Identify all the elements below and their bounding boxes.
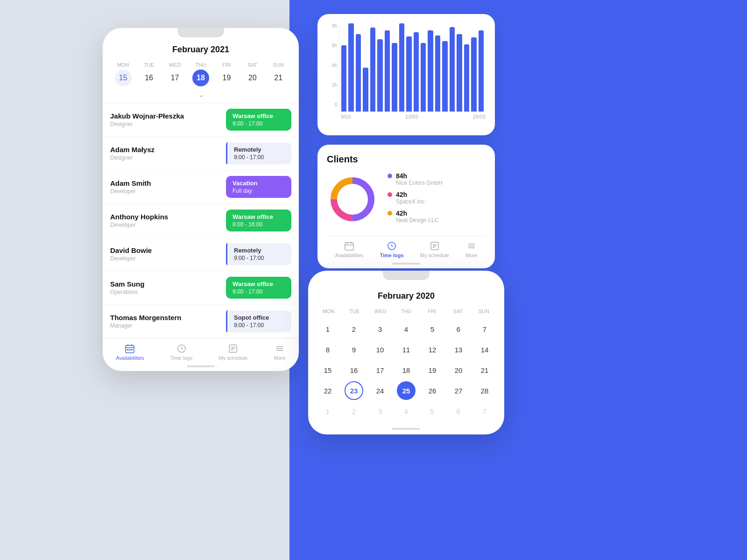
cal2-20[interactable]: 20 [449,361,468,379]
clients-legend: 84h Nice Colors GmbH 42h SpaceX Inc. 42h… [388,172,486,228]
cal2-14[interactable]: 14 [475,340,494,359]
nav-myschedule-label: My schedule [219,355,248,361]
nav-myschedule[interactable]: My schedule [219,343,248,361]
cal2-1[interactable]: 1 [318,320,337,338]
staff-name-adam-s: Adam Smith [110,179,220,187]
cal2-9[interactable]: 9 [345,340,363,359]
clients-title: Clients [327,154,486,165]
cal2-5[interactable]: 5 [423,320,442,338]
bar-4 [363,68,368,112]
nav-timelogs[interactable]: Time logs [170,343,192,361]
phone-availabilities: February 2021 MON 15 TUE 16 WED 17 THU 1… [103,28,299,371]
clients-nav-more[interactable]: More [465,241,477,258]
cal2-4[interactable]: 4 [397,320,416,338]
cal2-7[interactable]: 7 [475,320,494,338]
bar-13 [428,30,433,112]
calendar-icon [125,343,135,354]
cal2-6[interactable]: 6 [449,320,468,338]
staff-info-anthony: Anthony Hopkins Developer [110,213,220,228]
cal2-19[interactable]: 19 [423,361,442,379]
clients-nav-timelogs[interactable]: Time logs [380,241,403,258]
day-num-tue: 16 [141,70,157,86]
nav-availabilities[interactable]: Availabilities [116,343,144,361]
staff-role-adam-m: Designer [110,154,220,161]
legend-item-3: 42h Neat Design LLC [388,210,486,224]
staff-row-adam-s[interactable]: Adam Smith Developer Vacation Full day [103,170,299,204]
chart-y-labels: 8h 6h 4h 2h 0 [327,23,339,107]
bar-1 [341,45,346,112]
badge-location-adam-s: Vacation [233,180,285,187]
staff-name-thomas: Thomas Morgenstern [110,314,220,322]
day-name-sat: SAT [248,62,258,68]
clients-nav-avail-label: Availabilities [335,252,363,258]
cal-day-wed[interactable]: WED 17 [164,62,186,86]
cal-day-thu[interactable]: THU 18 [190,62,212,86]
staff-row-sam[interactable]: Sam Sung Operations Warsaw office 9:00 -… [103,271,299,305]
badge-thomas: Sopot office 9:00 - 17:00 [226,310,291,332]
schedule-icon [228,343,238,354]
cal2-18[interactable]: 18 [397,361,416,379]
staff-row-anthony[interactable]: Anthony Hopkins Developer Warsaw office … [103,204,299,238]
badge-location-sam: Warsaw office [233,280,285,287]
bar-18 [464,44,469,112]
cal2-23[interactable]: 23 [345,381,363,400]
staff-name-david: David Bowie [110,246,220,254]
cal2-next-3[interactable]: 3 [371,402,389,420]
badge-time-anthony: 8:00 - 16:00 [233,221,285,228]
cal2-weekdays: MON TUE WED THU FRI SAT SUN [308,307,504,316]
staff-role-jakub: Designer [110,121,220,127]
cal2-8[interactable]: 8 [318,340,337,359]
cal2-28[interactable]: 28 [475,381,494,400]
cal-day-fri[interactable]: FRI 19 [215,62,238,86]
cal-day-tue[interactable]: TUE 16 [138,62,160,86]
cal2-27[interactable]: 27 [449,381,468,400]
cal2-16[interactable]: 16 [345,361,363,379]
day-num-wed: 17 [167,70,183,86]
calendar-icon-2 [344,241,354,251]
cal2-13[interactable]: 13 [449,340,468,359]
cal2-17[interactable]: 17 [371,361,389,379]
cal2-10[interactable]: 10 [371,340,389,359]
cal-day-sat[interactable]: SAT 20 [241,62,264,86]
cal2-24[interactable]: 24 [371,381,389,400]
cal2-next-4[interactable]: 4 [397,402,416,420]
day-name-fri: FRI [223,62,231,68]
legend-item-2: 42h SpaceX Inc. [388,191,486,205]
cal2-12[interactable]: 12 [423,340,442,359]
staff-row-david[interactable]: David Bowie Developer Remotely 9:00 - 17… [103,238,299,271]
staff-row-jakub[interactable]: Jakub Wojnar-Płeszka Designer Warsaw off… [103,103,299,137]
badge-location-thomas: Sopot office [234,314,285,321]
cal2-next-1[interactable]: 1 [318,402,337,420]
badge-time-sam: 9:00 - 17:00 [233,288,285,295]
cal2-26[interactable]: 26 [423,381,442,400]
staff-row-adam-m[interactable]: Adam Małysz Designer Remotely 9:00 - 17:… [103,137,299,170]
calendar-expand-button[interactable]: ⌄ [103,86,299,103]
cal2-next-6[interactable]: 6 [449,402,468,420]
clients-nav-availabilities[interactable]: Availabilities [335,241,363,258]
calendar2-title: February 2020 [308,280,504,307]
wd-fri: FRI [419,307,445,316]
cal2-next-2[interactable]: 2 [345,402,363,420]
clients-nav-myschedule[interactable]: My schedule [420,241,449,258]
cal-day-mon[interactable]: MON 15 [112,62,134,86]
nav-more[interactable]: More [274,343,286,361]
cal-day-sun[interactable]: SUN 21 [267,62,289,86]
cal2-22[interactable]: 22 [318,381,337,400]
badge-adam-s: Vacation Full day [226,176,291,198]
bar-6 [377,39,382,112]
wd-thu: THU [393,307,419,316]
cal2-21[interactable]: 21 [475,361,494,379]
cal2-2[interactable]: 2 [345,320,363,338]
schedule-icon-2 [430,241,440,251]
bar-5 [370,28,375,112]
cal2-15[interactable]: 15 [318,361,337,379]
cal2-next-7[interactable]: 7 [475,402,494,420]
bar-3 [356,34,361,112]
cal2-3[interactable]: 3 [371,320,389,338]
staff-row-thomas[interactable]: Thomas Morgenstern Manager Sopot office … [103,305,299,338]
bar-14 [435,35,440,112]
y-label-2h: 2h [332,83,337,88]
cal2-25[interactable]: 25 [397,381,416,400]
cal2-next-5[interactable]: 5 [423,402,442,420]
cal2-11[interactable]: 11 [397,340,416,359]
